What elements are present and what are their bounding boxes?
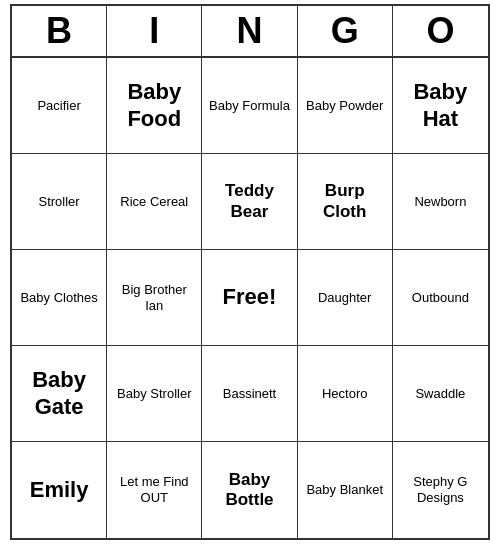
- bingo-cell: Outbound: [393, 250, 488, 346]
- bingo-cell: Bassinett: [202, 346, 297, 442]
- header-letter: G: [298, 6, 393, 56]
- bingo-cell: Pacifier: [12, 58, 107, 154]
- bingo-cell: Baby Formula: [202, 58, 297, 154]
- bingo-cell: Baby Clothes: [12, 250, 107, 346]
- bingo-header: BINGO: [12, 6, 488, 58]
- bingo-cell: Big Brother Ian: [107, 250, 202, 346]
- bingo-cell: Newborn: [393, 154, 488, 250]
- bingo-cell: Burp Cloth: [298, 154, 393, 250]
- bingo-cell: Hectoro: [298, 346, 393, 442]
- bingo-cell: Stephy G Designs: [393, 442, 488, 538]
- header-letter: I: [107, 6, 202, 56]
- bingo-cell: Let me Find OUT: [107, 442, 202, 538]
- header-letter: O: [393, 6, 488, 56]
- bingo-cell: Free!: [202, 250, 297, 346]
- bingo-cell: Baby Bottle: [202, 442, 297, 538]
- bingo-cell: Emily: [12, 442, 107, 538]
- bingo-cell: Daughter: [298, 250, 393, 346]
- bingo-cell: Stroller: [12, 154, 107, 250]
- bingo-grid: PacifierBaby FoodBaby FormulaBaby Powder…: [12, 58, 488, 538]
- bingo-cell: Teddy Bear: [202, 154, 297, 250]
- bingo-cell: Baby Blanket: [298, 442, 393, 538]
- bingo-cell: Baby Powder: [298, 58, 393, 154]
- bingo-cell: Baby Gate: [12, 346, 107, 442]
- header-letter: N: [202, 6, 297, 56]
- bingo-cell: Rice Cereal: [107, 154, 202, 250]
- bingo-cell: Baby Food: [107, 58, 202, 154]
- header-letter: B: [12, 6, 107, 56]
- bingo-cell: Swaddle: [393, 346, 488, 442]
- bingo-cell: Baby Hat: [393, 58, 488, 154]
- bingo-card: BINGO PacifierBaby FoodBaby FormulaBaby …: [10, 4, 490, 540]
- bingo-cell: Baby Stroller: [107, 346, 202, 442]
